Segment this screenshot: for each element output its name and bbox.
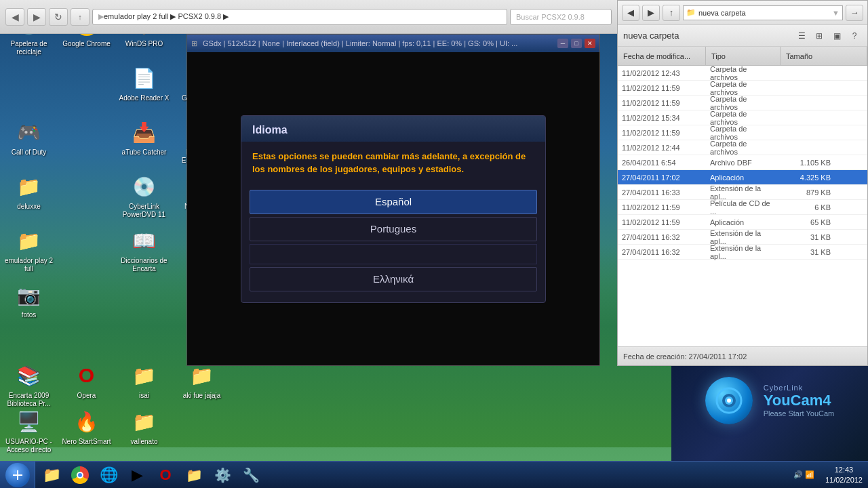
fp-forward-button[interactable]: ▶ bbox=[642, 5, 660, 21]
fp-go-button[interactable]: → bbox=[846, 5, 863, 21]
file-size: 31 KB bbox=[781, 248, 835, 256]
desktop-icon-isai[interactable]: 📁 isai bbox=[119, 362, 170, 408]
view-grid-button[interactable]: ⊞ bbox=[812, 29, 827, 43]
desktop-icons-bottom: 📚 Encarta 2009 Biblioteca Pr... O Opera … bbox=[3, 362, 234, 454]
desktop-icon-diccionarios[interactable]: 📖 Diccionarios de Encarta bbox=[119, 227, 170, 281]
fp-address-bar[interactable]: 📁 nueva carpeta ▼ bbox=[683, 5, 843, 20]
taskbar-clock[interactable]: 12:43 11/02/2012 bbox=[820, 465, 868, 485]
file-size: 879 KB bbox=[781, 188, 835, 197]
lang-option-espanol[interactable]: Español bbox=[250, 190, 537, 214]
view-preview-button[interactable]: ▣ bbox=[829, 29, 844, 43]
pcsx2-window: ⊞ GSdx | 512x512 | None | Interlaced (fi… bbox=[186, 34, 600, 366]
fp-up-button[interactable]: ↑ bbox=[663, 5, 680, 21]
close-button[interactable]: ✕ bbox=[585, 39, 595, 48]
file-type: Película de CD de ... bbox=[706, 199, 781, 216]
taskbar-explorer-button[interactable]: 📁 bbox=[38, 463, 65, 487]
icon-label-atube: aTube Catcher bbox=[122, 148, 167, 157]
desktop-icon-aki[interactable]: 📁 aki fue jajaja bbox=[176, 362, 227, 408]
file-row[interactable]: 27/04/2011 16:32 Extensión de la apl... … bbox=[618, 230, 867, 245]
file-row[interactable]: 27/04/2011 16:33 Extensión de la apl... … bbox=[618, 185, 867, 200]
file-date: 11/02/2012 11:59 bbox=[618, 129, 706, 137]
desktop-icon-nero-ss[interactable]: 🔥 Nero StartSmart bbox=[61, 408, 112, 454]
file-type: Extensión de la apl... bbox=[706, 184, 781, 201]
diccionarios-icon: 📖 bbox=[131, 227, 158, 254]
start-button[interactable] bbox=[0, 462, 35, 489]
taskbar-unknown2-button[interactable]: ⚙️ bbox=[209, 463, 236, 487]
language-options: Español Portugues Ελληνικά bbox=[241, 184, 545, 302]
file-row[interactable]: 11/02/2012 11:59 Carpeta de archivos bbox=[618, 125, 867, 140]
icon-label-chrome: Google Chrome bbox=[62, 40, 111, 48]
icon-label-opera: Opera bbox=[77, 392, 96, 400]
desktop-icon-cyberlink[interactable]: 💿 CyberLink PowerDVD 11 bbox=[119, 173, 170, 227]
file-row[interactable]: 11/02/2012 11:59 Carpeta de archivos bbox=[618, 81, 867, 96]
desktop-icon-usuario[interactable]: 🖥️ USUARIO-PC - Acceso directo bbox=[3, 408, 54, 454]
desktop-icon-atube[interactable]: 📥 aTube Catcher bbox=[119, 119, 170, 173]
help-button[interactable]: ? bbox=[847, 29, 862, 43]
nueva-carpeta-bar: nueva carpeta ☰ ⊞ ▣ ? bbox=[618, 25, 867, 47]
address-bar[interactable]: ▶ emulador play 2 full ▶ PCSX2 0.9.8 ▶ bbox=[92, 9, 507, 25]
dialog-title: Idioma bbox=[241, 116, 545, 142]
file-row[interactable]: 27/04/2011 16:32 Extensión de la apl... … bbox=[618, 245, 867, 260]
vallenato-icon: 📁 bbox=[131, 408, 158, 435]
youcam-text: CyberLink YouCam4 Please Start YouCam bbox=[764, 384, 835, 418]
desktop-icon-deluxxe[interactable]: 📁 deluxxe bbox=[3, 173, 54, 227]
file-row[interactable]: 11/02/2012 15:34 Carpeta de archivos bbox=[618, 110, 867, 125]
col-header-fecha[interactable]: Fecha de modifica... bbox=[618, 47, 706, 65]
desktop-icon-cod[interactable]: 🎮 Call of Duty bbox=[3, 119, 54, 173]
icon-label-vallenato: vallenato bbox=[130, 438, 157, 446]
taskbar-wmp-button[interactable]: ▶ bbox=[123, 463, 151, 487]
file-type: Carpeta de archivos bbox=[706, 66, 781, 81]
desktop-icon-opera[interactable]: O Opera bbox=[61, 362, 112, 408]
lang-option-empty bbox=[250, 244, 537, 264]
file-row[interactable]: 11/02/2012 12:43 Carpeta de archivos bbox=[618, 66, 867, 81]
forward-button[interactable]: ▶ bbox=[27, 8, 46, 26]
desktop-icon-vallenato[interactable]: 📁 vallenato bbox=[119, 408, 170, 454]
taskbar-unknown1-button[interactable]: 📁 bbox=[180, 463, 208, 487]
file-row[interactable]: 11/02/2012 12:44 Carpeta de archivos bbox=[618, 140, 867, 155]
taskbar-ie-button[interactable]: 🌐 bbox=[95, 463, 122, 487]
view-list-button[interactable]: ☰ bbox=[794, 29, 809, 43]
refresh-button[interactable]: ↻ bbox=[49, 8, 68, 26]
search-bar[interactable]: Buscar PCSX2 0.9.8 bbox=[510, 9, 612, 25]
file-row[interactable]: 11/02/2012 11:59 Carpeta de archivos bbox=[618, 96, 867, 110]
encarta-acc-icon: 📚 bbox=[16, 362, 43, 389]
taskbar-chrome-button[interactable] bbox=[66, 463, 94, 487]
taskbar-unknown3-button[interactable]: 🔧 bbox=[237, 463, 264, 487]
atube-icon: 📥 bbox=[131, 119, 158, 146]
pcsx2-titlebar: ⊞ GSdx | 512x512 | None | Interlaced (fi… bbox=[187, 35, 599, 52]
address-text: emulador play 2 full ▶ PCSX2 0.9.8 ▶ bbox=[104, 12, 229, 21]
pcsx2-title: GSdx | 512x512 | None | Interlaced (fiel… bbox=[203, 39, 555, 47]
col-header-tamano[interactable]: Tamaño bbox=[781, 47, 867, 65]
desktop-icon-adobe[interactable]: 📄 Adobe Reader X bbox=[119, 64, 170, 119]
icon-label-diccionarios: Diccionarios de Encarta bbox=[119, 257, 170, 273]
lang-option-ellhnika[interactable]: Ελληνικά bbox=[250, 267, 537, 291]
file-row[interactable]: 26/04/2011 6:54 Archivo DBF 1.105 KB bbox=[618, 155, 867, 170]
up-button[interactable]: ↑ bbox=[71, 8, 90, 26]
youcam-logo bbox=[705, 377, 753, 424]
desktop-icon-encarta-acc[interactable]: 📚 Encarta 2009 Biblioteca Pr... bbox=[3, 362, 54, 408]
view-controls: ☰ ⊞ ▣ ? bbox=[794, 29, 862, 43]
ie-icon: 🌐 bbox=[100, 466, 118, 484]
taskbar-opera-button[interactable]: O bbox=[152, 463, 179, 487]
file-date: 11/02/2012 12:43 bbox=[618, 69, 706, 77]
file-date: 11/02/2012 15:34 bbox=[618, 114, 706, 122]
adobe-icon: 📄 bbox=[131, 64, 158, 92]
col-header-tipo[interactable]: Tipo bbox=[706, 47, 781, 65]
fp-address-text: nueva carpeta bbox=[698, 9, 829, 17]
maximize-button[interactable]: □ bbox=[571, 39, 582, 48]
desktop-icon-emuplay[interactable]: 📁 emulador play 2 full bbox=[3, 227, 54, 281]
desktop: ◀ ▶ ↻ ↑ ▶ emulador play 2 full ▶ PCSX2 0… bbox=[0, 0, 868, 488]
back-button[interactable]: ◀ bbox=[5, 8, 24, 26]
file-date: 27/04/2011 17:02 bbox=[618, 174, 706, 182]
fp-back-button[interactable]: ◀ bbox=[622, 5, 639, 21]
icon-label-winds: WinDS PRO bbox=[125, 40, 163, 48]
lang-option-portugues[interactable]: Portugues bbox=[250, 217, 537, 241]
file-row[interactable]: 11/02/2012 11:59 Aplicación 65 KB bbox=[618, 215, 867, 230]
file-row[interactable]: 11/02/2012 11:59 Película de CD de ... 6… bbox=[618, 200, 867, 215]
desktop-icon-fotos[interactable]: 📷 fotos bbox=[3, 281, 54, 336]
file-date: 11/02/2012 12:44 bbox=[618, 144, 706, 152]
file-row-selected[interactable]: 27/04/2011 17:02 Aplicación 4.325 KB bbox=[618, 170, 867, 185]
file-type: Carpeta de archivos bbox=[706, 110, 781, 126]
minimize-button[interactable]: ─ bbox=[557, 39, 568, 48]
file-type: Carpeta de archivos bbox=[706, 80, 781, 96]
